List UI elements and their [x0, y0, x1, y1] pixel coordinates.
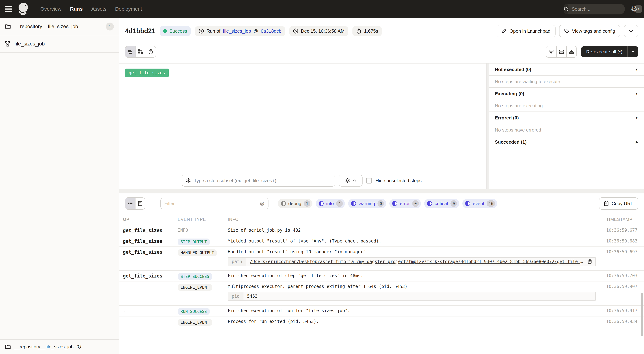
panel-top-button[interactable] — [566, 46, 576, 57]
structured-log-view-button[interactable] — [126, 198, 135, 209]
reload-repository-icon[interactable]: ↻ — [77, 344, 82, 350]
run-actions-dropdown-button[interactable] — [624, 25, 638, 37]
log-row-timestamp: 10:36:59.934 — [601, 316, 644, 327]
nav-assets[interactable]: Assets — [91, 6, 106, 12]
debug-count-badge: 1 — [304, 200, 310, 207]
scrollbar-thumb[interactable] — [641, 293, 643, 336]
log-table-scrollbar[interactable] — [641, 219, 643, 352]
nav-deployment[interactable]: Deployment — [115, 6, 142, 12]
vertical-resize-handle[interactable] — [486, 64, 489, 189]
reexecute-dropdown-button[interactable] — [628, 46, 638, 57]
expand-arrow-icon: ▶ — [636, 140, 638, 144]
event-log-table: OP EVENT TYPE INFO TIMESTAMP get_file_si… — [119, 214, 644, 354]
metadata-entry-path: path /Users/erincochran/Desktop/asset_tu… — [228, 257, 596, 266]
log-row-op[interactable]: get_file_sizes — [119, 236, 174, 247]
copy-path-icon[interactable] — [588, 259, 592, 264]
log-view-mode-group — [125, 197, 145, 210]
commit-link[interactable]: 0a318dcb — [261, 28, 281, 34]
step-subset-input[interactable] — [194, 178, 331, 184]
clear-filter-icon[interactable]: ⊗ — [260, 201, 264, 206]
log-row-event-type: STEP_SUCCESS — [174, 271, 224, 281]
nav-overview[interactable]: Overview — [40, 6, 62, 12]
log-row-timestamp: 10:36:59.683 — [601, 236, 644, 247]
global-search[interactable]: / — [564, 4, 625, 15]
empty-state-text: No steps are waiting to execute — [489, 76, 644, 88]
collapse-arrow-icon: ▼ — [635, 68, 638, 71]
log-row-event-type: ENGINE_EVENT — [174, 316, 224, 327]
gantt-waterfall-view-button[interactable] — [136, 46, 146, 57]
step-subset-field[interactable] — [182, 175, 335, 187]
toggle-switch-icon — [427, 201, 432, 206]
run-status-badge: Success — [160, 26, 191, 36]
event-type-badge: ENGINE_EVENT — [178, 319, 212, 326]
gantt-view-mode-group — [125, 46, 156, 58]
section-executing[interactable]: Executing (0) ▼ — [489, 88, 644, 100]
warning-count-badge: 0 — [378, 200, 384, 207]
run-of-tag: Run of file_sizes_job @ 0a318dcb — [195, 26, 285, 36]
column-header-info: INFO — [224, 214, 601, 225]
open-in-launchpad-button[interactable]: Open in Launchpad — [496, 25, 556, 37]
main-content: 4d1bbd21 Success Run of file_sizes_job — [119, 18, 644, 354]
log-row-op[interactable]: get_file_sizes — [119, 225, 174, 236]
toggle-error[interactable]: error 0 — [390, 199, 421, 208]
panel-layout-group — [546, 46, 577, 58]
raw-log-view-button[interactable] — [135, 198, 145, 209]
log-row-op[interactable]: get_file_sizes — [119, 247, 174, 271]
gantt-timer-view-button[interactable] — [146, 46, 156, 57]
sidebar-item-repository[interactable]: __repository__file_sizes_job 1 — [0, 18, 119, 35]
metadata-entry-pid: pid 5453 — [228, 292, 596, 301]
reexecute-all-button[interactable]: Re-execute all (*) — [581, 46, 628, 57]
settings-gear-icon[interactable]: ⚙ — [631, 5, 638, 13]
top-nav: Overview Runs Assets Deployment / ⚙ — [0, 0, 644, 18]
run-header: 4d1bbd21 Success Run of file_sizes_job — [119, 18, 644, 40]
search-icon — [564, 4, 569, 15]
metadata-key: path — [228, 258, 246, 266]
gantt-step-get-file-sizes[interactable]: get_file_sizes — [125, 69, 169, 77]
log-row-op[interactable]: get_file_sizes — [119, 271, 174, 281]
hide-unselected-label: Hide unselected steps — [376, 178, 422, 184]
run-datetime-tag: Dec 15, 10:36:58 AM — [290, 26, 348, 36]
horizontal-resize-handle[interactable] — [119, 189, 644, 194]
error-count-badge: 0 — [412, 200, 419, 207]
folder-icon — [5, 344, 11, 349]
column-header-op: OP — [119, 214, 174, 225]
log-filter-field[interactable]: ⊗ — [160, 198, 268, 209]
section-not-executed[interactable]: Not executed (0) ▼ — [489, 64, 644, 76]
log-filter-input[interactable] — [164, 201, 260, 206]
copy-url-button[interactable]: Copy URL — [599, 197, 638, 210]
chevron-down-icon — [632, 51, 634, 53]
search-input[interactable] — [572, 6, 632, 12]
nav-runs[interactable]: Runs — [70, 6, 83, 12]
graph-query-options-button[interactable] — [339, 175, 362, 187]
section-errored[interactable]: Errored (0) ▼ — [489, 112, 644, 124]
panel-bottom-button[interactable] — [546, 46, 556, 57]
view-tags-config-button[interactable]: View tags and config — [559, 25, 620, 37]
log-row-event-type: RUN_SUCCESS — [174, 306, 224, 316]
log-row-info: Finished execution of step "get_file_siz… — [224, 271, 601, 281]
toggle-warning[interactable]: warning 0 — [348, 199, 386, 208]
event-type-badge: ENGINE_EVENT — [178, 284, 212, 291]
job-link[interactable]: file_sizes_job — [223, 28, 251, 34]
sidebar-item-job[interactable]: file_sizes_job — [0, 35, 119, 53]
toggle-debug[interactable]: debug 1 — [278, 199, 312, 208]
event-type-badge: STEP_SUCCESS — [178, 273, 212, 280]
metadata-value: 5453 — [247, 294, 258, 299]
sidebar-footer-repository[interactable]: __repository__file_sizes_job ↻ — [0, 339, 119, 354]
hamburger-menu-icon[interactable] — [5, 6, 12, 12]
dagster-logo — [17, 2, 30, 16]
log-row-info: Multiprocess executor: parent process ex… — [224, 281, 601, 306]
path-link[interactable]: /Users/erincochran/Desktop/asset_tutoria… — [250, 259, 585, 264]
toggle-event[interactable]: event 16 — [462, 199, 497, 208]
panel-split-button[interactable] — [556, 46, 566, 57]
log-row-event-type: ENGINE_EVENT — [174, 281, 224, 306]
log-row-event-type: HANDLED_OUTPUT — [174, 247, 224, 271]
section-succeeded[interactable]: Succeeded (1) ▶ — [489, 136, 644, 148]
toggle-critical[interactable]: critical 0 — [424, 199, 459, 208]
toggle-switch-icon — [281, 201, 286, 206]
hide-unselected-checkbox[interactable] — [366, 178, 372, 184]
chevron-up-icon — [353, 180, 356, 182]
toggle-info[interactable]: info 4 — [316, 199, 345, 208]
step-status-panel: Not executed (0) ▼ No steps are waiting … — [489, 64, 644, 189]
gantt-flat-view-button[interactable] — [126, 46, 136, 57]
clock-icon — [293, 28, 298, 34]
